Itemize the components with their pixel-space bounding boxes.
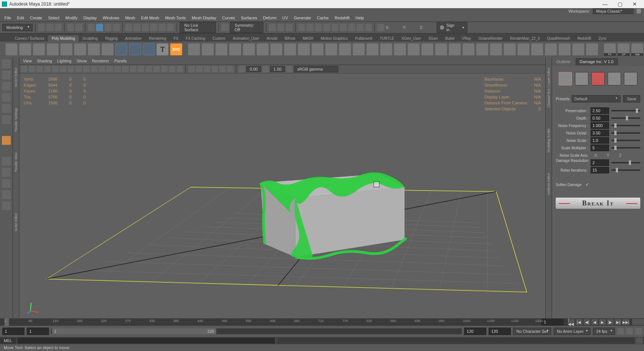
lasso-tool-icon[interactable] xyxy=(2,71,11,79)
show-lights-icon[interactable] xyxy=(227,66,234,72)
panel-tab-damage-inc-v-[interactable]: Damage Inc. V 1.0 xyxy=(575,58,618,65)
panel-menu-renderer[interactable]: Renderer xyxy=(92,59,109,63)
gamma-field[interactable]: 1.00 xyxy=(270,66,285,72)
menu-file[interactable]: File xyxy=(1,15,14,21)
scale-tool-icon[interactable] xyxy=(2,115,11,124)
shelf-tool-27-icon[interactable] xyxy=(559,43,571,55)
menu-generate[interactable]: Generate xyxy=(291,15,314,21)
hud-icon[interactable] xyxy=(169,66,175,72)
shelf-tool-29-icon[interactable] xyxy=(586,43,598,55)
ipr-render-icon[interactable] xyxy=(306,24,313,31)
exposure-field[interactable]: 0.00 xyxy=(246,66,261,72)
history-icon[interactable] xyxy=(221,24,229,31)
shelf-tool-21-icon[interactable] xyxy=(476,43,488,55)
range-handle[interactable]: 1 120 xyxy=(52,328,216,334)
param-slider[interactable] xyxy=(611,147,640,149)
presets-dropdown[interactable]: Default xyxy=(572,95,621,103)
shelf-tool-12-icon[interactable] xyxy=(353,43,365,55)
shadows-icon[interactable] xyxy=(106,66,113,72)
layout-selector-icon[interactable] xyxy=(2,157,11,166)
lock-icon[interactable] xyxy=(637,9,641,13)
camera-attr-icon[interactable] xyxy=(29,66,35,72)
step-back-button[interactable]: ◀| xyxy=(584,319,590,325)
select-misc-icon[interactable] xyxy=(113,24,120,31)
shelf-tab-bullet[interactable]: Bullet xyxy=(441,35,458,42)
snap-plane-icon[interactable] xyxy=(150,24,157,31)
mel-label[interactable]: MEL xyxy=(0,338,16,344)
step-back-key-button[interactable]: |◀ xyxy=(576,319,582,325)
param-field[interactable]: 3.50 xyxy=(591,130,609,136)
colorspace-icon[interactable] xyxy=(286,66,293,72)
shelf-tab-xgen[interactable]: XGen xyxy=(425,35,442,42)
menu-edit-mesh[interactable]: Edit Mesh xyxy=(138,15,162,21)
param-slider[interactable] xyxy=(611,110,640,111)
menu-curves[interactable]: Curves xyxy=(219,15,238,21)
shelf-tool-1-icon[interactable] xyxy=(202,43,214,55)
menu-cache[interactable]: Cache xyxy=(314,15,332,21)
anim-end-field[interactable]: 120 xyxy=(489,328,511,335)
workspace-dropdown[interactable]: Maya Classic* xyxy=(593,8,634,14)
panel-menu-shading[interactable]: Shading xyxy=(37,59,52,63)
loop-icon[interactable] xyxy=(632,319,638,325)
param-field[interactable]: 2 xyxy=(591,159,609,166)
poly-cube-icon[interactable] xyxy=(19,43,31,55)
output-history-icon[interactable] xyxy=(277,24,285,31)
live-surface-field[interactable]: No Live Surface xyxy=(180,22,216,33)
save-preset-button[interactable]: Save xyxy=(623,95,640,103)
shelf-tool-22-icon[interactable] xyxy=(490,43,502,55)
poly-platonic-icon[interactable] xyxy=(102,43,114,55)
param-field[interactable]: 0.50 xyxy=(591,115,609,121)
shelf-tab-curves-surfaces[interactable]: Curves / Surfaces xyxy=(11,35,48,42)
grid-icon[interactable] xyxy=(161,66,168,72)
type-tool-icon[interactable]: T xyxy=(157,43,168,55)
param-slider[interactable] xyxy=(611,132,640,134)
xray-icon[interactable] xyxy=(122,66,129,72)
menu-create[interactable]: Create xyxy=(27,15,45,21)
isolate-icon[interactable] xyxy=(114,66,121,72)
poly-cone-icon[interactable] xyxy=(47,43,59,55)
poly-plane-icon[interactable] xyxy=(74,43,86,55)
shelf-tab-renderman-22-3[interactable]: RenderMan_22_3 xyxy=(506,35,543,42)
param-field[interactable]: 2.50 xyxy=(591,107,609,114)
shelf-tab-bifrost[interactable]: Bifrost xyxy=(281,35,299,42)
rotate-tool-icon[interactable] xyxy=(2,104,11,113)
render-settings-icon[interactable] xyxy=(315,24,322,31)
snap-curve-icon[interactable] xyxy=(134,24,141,31)
param-slider[interactable] xyxy=(611,169,640,171)
poly-cylinder-icon[interactable] xyxy=(33,43,45,55)
aa-icon[interactable] xyxy=(153,66,160,72)
pause-icon[interactable] xyxy=(365,24,372,31)
exposure-icon[interactable] xyxy=(239,66,245,72)
shelf-tool-3-icon[interactable] xyxy=(229,43,241,55)
command-input[interactable] xyxy=(17,338,275,344)
gate-mask-icon[interactable] xyxy=(68,66,74,72)
outliner-layout-icon[interactable] xyxy=(2,201,11,210)
hud-hold-icon[interactable] xyxy=(177,66,183,72)
shelf-tool-4-icon[interactable] xyxy=(243,43,255,55)
menu-help[interactable]: Help xyxy=(352,15,367,21)
shelf-tool-17-icon[interactable] xyxy=(421,43,433,55)
gamma-icon[interactable] xyxy=(262,66,269,72)
ao-icon[interactable] xyxy=(138,66,144,72)
script-editor-icon[interactable] xyxy=(636,338,643,344)
anim-layer-dropdown[interactable]: No Anim Layer xyxy=(553,328,591,335)
menu-mesh[interactable]: Mesh xyxy=(122,15,138,21)
go-to-start-button[interactable]: |◀◀ xyxy=(568,319,575,325)
shelf-tool-8-icon[interactable] xyxy=(298,43,310,55)
four-pane-icon[interactable] xyxy=(2,179,11,188)
param-slider[interactable] xyxy=(611,162,640,163)
shelf-tool-25-icon[interactable] xyxy=(531,43,543,55)
shelf-tool-2-icon[interactable] xyxy=(216,43,227,55)
poly-torus-icon[interactable] xyxy=(60,43,72,55)
fps-dropdown[interactable]: 24 fps xyxy=(593,328,615,335)
vtab-mash-editor[interactable]: MASH Editor xyxy=(14,65,18,90)
vtab-render-view[interactable]: Render View xyxy=(14,150,18,175)
panel-tab-outliner[interactable]: Outliner xyxy=(552,58,575,65)
shelf-tool-10-icon[interactable] xyxy=(325,43,337,55)
menu-deform[interactable]: Deform xyxy=(260,15,279,21)
input-history-icon[interactable] xyxy=(269,24,276,31)
poly-sphere-icon[interactable] xyxy=(6,43,17,55)
construction-history-icon[interactable] xyxy=(286,24,293,31)
bookmark-icon[interactable] xyxy=(36,66,43,72)
set-key-icon[interactable] xyxy=(626,328,633,335)
